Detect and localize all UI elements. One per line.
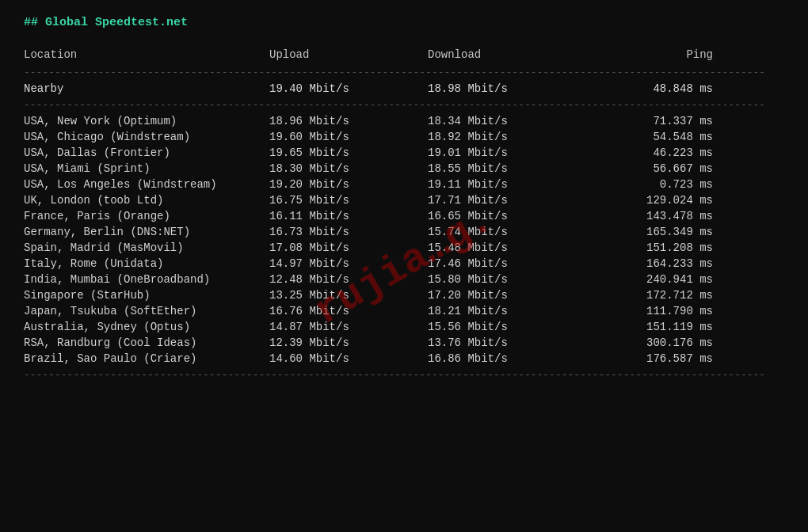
data-rows-container: USA, New York (Optimum) 18.96 Mbit/s 18.… <box>24 113 784 367</box>
row-ping: 111.790 ms <box>586 305 713 317</box>
row-download: 19.11 Mbit/s <box>428 178 586 191</box>
row-location: USA, Los Angeles (Windstream) <box>24 178 269 191</box>
row-upload: 19.20 Mbit/s <box>269 178 428 191</box>
row-ping: 176.587 ms <box>586 352 713 365</box>
row-location: France, Paris (Orange) <box>24 210 269 222</box>
row-download: 16.65 Mbit/s <box>428 210 586 222</box>
row-location: RSA, Randburg (Cool Ideas) <box>24 336 269 349</box>
table-row: Spain, Madrid (MasMovil) 17.08 Mbit/s 15… <box>24 240 784 256</box>
row-download: 15.56 Mbit/s <box>428 321 586 333</box>
row-location: USA, Miami (Sprint) <box>24 162 269 175</box>
row-ping: 165.349 ms <box>586 226 713 238</box>
row-location: USA, New York (Optimum) <box>24 115 269 127</box>
row-location: India, Mumbai (OneBroadband) <box>24 273 269 286</box>
row-download: 17.46 Mbit/s <box>428 257 586 270</box>
row-upload: 18.30 Mbit/s <box>269 162 428 175</box>
table-row: India, Mumbai (OneBroadband) 12.48 Mbit/… <box>24 272 784 287</box>
row-upload: 16.73 Mbit/s <box>269 226 428 238</box>
row-upload: 14.60 Mbit/s <box>269 352 428 365</box>
table-row: Germany, Berlin (DNS:NET) 16.73 Mbit/s 1… <box>24 224 784 240</box>
row-ping: 240.941 ms <box>586 273 713 286</box>
table-row: RSA, Randburg (Cool Ideas) 12.39 Mbit/s … <box>24 335 784 351</box>
row-download: 18.55 Mbit/s <box>428 162 586 175</box>
row-download: 15.48 Mbit/s <box>428 241 586 254</box>
table-row: Brazil, Sao Paulo (Criare) 14.60 Mbit/s … <box>24 351 784 367</box>
row-download: 15.74 Mbit/s <box>428 226 586 238</box>
divider-top: ----------------------------------------… <box>24 64 784 81</box>
table-row: USA, Dallas (Frontier) 19.65 Mbit/s 19.0… <box>24 145 784 161</box>
row-location: UK, London (toob Ltd) <box>24 194 269 207</box>
row-location: Germany, Berlin (DNS:NET) <box>24 226 269 238</box>
row-upload: 14.97 Mbit/s <box>269 257 428 270</box>
row-download: 17.20 Mbit/s <box>428 289 586 302</box>
row-ping: 143.478 ms <box>586 210 713 222</box>
row-upload: 17.08 Mbit/s <box>269 241 428 254</box>
col-header-download: Download <box>428 48 586 61</box>
table-row: USA, Los Angeles (Windstream) 19.20 Mbit… <box>24 177 784 192</box>
table-row: UK, London (toob Ltd) 16.75 Mbit/s 17.71… <box>24 192 784 208</box>
page-title: ## Global Speedtest.net <box>24 16 784 29</box>
row-ping: 300.176 ms <box>586 336 713 349</box>
row-download: 17.71 Mbit/s <box>428 194 586 207</box>
row-download: 18.34 Mbit/s <box>428 115 586 127</box>
row-ping: 151.119 ms <box>586 321 713 333</box>
table-header: Location Upload Download Ping <box>24 45 784 64</box>
row-location: Singapore (StarHub) <box>24 289 269 302</box>
row-ping: 164.233 ms <box>586 257 713 270</box>
row-download: 19.01 Mbit/s <box>428 146 586 159</box>
row-location: USA, Chicago (Windstream) <box>24 131 269 143</box>
row-upload: 12.39 Mbit/s <box>269 336 428 349</box>
table-row: Singapore (StarHub) 13.25 Mbit/s 17.20 M… <box>24 287 784 303</box>
row-location: Japan, Tsukuba (SoftEther) <box>24 305 269 317</box>
nearby-row: Nearby 19.40 Mbit/s 18.98 Mbit/s 48.848 … <box>24 81 784 97</box>
row-ping: 46.223 ms <box>586 146 713 159</box>
col-header-upload: Upload <box>269 48 428 61</box>
row-upload: 18.96 Mbit/s <box>269 115 428 127</box>
table-row: Italy, Rome (Unidata) 14.97 Mbit/s 17.46… <box>24 256 784 272</box>
row-ping: 54.548 ms <box>586 131 713 143</box>
table-row: USA, New York (Optimum) 18.96 Mbit/s 18.… <box>24 113 784 129</box>
table-row: USA, Miami (Sprint) 18.30 Mbit/s 18.55 M… <box>24 161 784 177</box>
row-ping: 172.712 ms <box>586 289 713 302</box>
nearby-ping: 48.848 ms <box>586 82 713 95</box>
row-upload: 13.25 Mbit/s <box>269 289 428 302</box>
row-location: USA, Dallas (Frontier) <box>24 146 269 159</box>
row-download: 13.76 Mbit/s <box>428 336 586 349</box>
table-row: Japan, Tsukuba (SoftEther) 16.76 Mbit/s … <box>24 303 784 319</box>
row-ping: 151.208 ms <box>586 241 713 254</box>
divider-nearby: ----------------------------------------… <box>24 97 784 113</box>
speedtest-table: Location Upload Download Ping ----------… <box>24 45 784 383</box>
row-download: 16.86 Mbit/s <box>428 352 586 365</box>
row-upload: 19.65 Mbit/s <box>269 146 428 159</box>
row-upload: 16.11 Mbit/s <box>269 210 428 222</box>
nearby-location: Nearby <box>24 82 269 95</box>
table-row: USA, Chicago (Windstream) 19.60 Mbit/s 1… <box>24 129 784 145</box>
row-ping: 71.337 ms <box>586 115 713 127</box>
row-upload: 16.75 Mbit/s <box>269 194 428 207</box>
row-location: Spain, Madrid (MasMovil) <box>24 241 269 254</box>
col-header-ping: Ping <box>586 48 713 61</box>
row-download: 18.21 Mbit/s <box>428 305 586 317</box>
divider-bottom: ----------------------------------------… <box>24 367 784 383</box>
table-row: Australia, Sydney (Optus) 14.87 Mbit/s 1… <box>24 319 784 335</box>
row-ping: 56.667 ms <box>586 162 713 175</box>
row-upload: 14.87 Mbit/s <box>269 321 428 333</box>
nearby-upload: 19.40 Mbit/s <box>269 82 428 95</box>
col-header-location: Location <box>24 48 269 61</box>
row-upload: 12.48 Mbit/s <box>269 273 428 286</box>
row-location: Brazil, Sao Paulo (Criare) <box>24 352 269 365</box>
table-row: France, Paris (Orange) 16.11 Mbit/s 16.6… <box>24 208 784 224</box>
row-upload: 19.60 Mbit/s <box>269 131 428 143</box>
row-location: Australia, Sydney (Optus) <box>24 321 269 333</box>
nearby-download: 18.98 Mbit/s <box>428 82 586 95</box>
row-ping: 0.723 ms <box>586 178 713 191</box>
row-download: 15.80 Mbit/s <box>428 273 586 286</box>
row-upload: 16.76 Mbit/s <box>269 305 428 317</box>
row-location: Italy, Rome (Unidata) <box>24 257 269 270</box>
row-ping: 129.024 ms <box>586 194 713 207</box>
row-download: 18.92 Mbit/s <box>428 131 586 143</box>
